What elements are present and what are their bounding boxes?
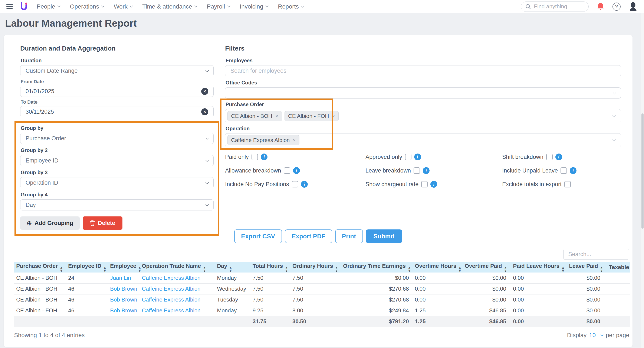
chevron-down-icon [613, 91, 616, 94]
help-icon[interactable]: ? [612, 3, 620, 11]
info-icon[interactable]: i [423, 167, 430, 174]
nav-item-work[interactable]: Work [114, 3, 132, 10]
operation-link[interactable]: Caffeine Express Albion [142, 283, 217, 294]
scrollbar-thumb[interactable] [642, 113, 644, 229]
operation-chip[interactable]: Caffeine Express Albion × [228, 135, 300, 145]
col-overtime-paid[interactable]: Overtime Paid∧∨ [465, 262, 513, 272]
nav-item-invoicing[interactable]: Invoicing [240, 3, 268, 10]
operation-link[interactable]: Caffeine Express Albion [142, 305, 217, 316]
filters-heading: Filters [225, 45, 621, 52]
notifications-bell-icon[interactable] [597, 2, 604, 11]
purchase-order-select[interactable]: CE Albion - BOH × CE Albion - FOH × [225, 109, 621, 123]
add-grouping-button[interactable]: ⊕ Add Grouping [20, 216, 80, 230]
hamburger-menu-icon[interactable] [6, 4, 13, 9]
exclude-totals-in-export-checkbox[interactable] [564, 181, 571, 188]
col-operation-trade-name[interactable]: Operation Trade Name∧∨ [142, 262, 217, 272]
paid-only-label: Paid only [225, 154, 249, 160]
approved-only-checkbox[interactable] [405, 154, 412, 160]
operation-link[interactable]: Caffeine Express Albion [142, 294, 217, 305]
from-date-field[interactable]: 01/01/2025 ✕ [20, 86, 214, 97]
groupby3-select[interactable]: Operation ID [20, 177, 214, 188]
chevron-down-icon [194, 4, 198, 8]
allowance-breakdown-checkbox[interactable] [284, 167, 290, 174]
groupby2-select[interactable]: Employee ID [20, 155, 214, 166]
include-no-pay-positions-checkbox[interactable] [292, 181, 298, 188]
col-day[interactable]: Day∧∨ [217, 262, 252, 272]
duration-label: Duration [21, 58, 214, 64]
chevron-down-icon [227, 4, 230, 8]
col-ordinary-hours[interactable]: Ordinary Hours∧∨ [292, 262, 343, 272]
nav-item-reports[interactable]: Reports [278, 3, 304, 10]
operation-select[interactable]: Caffeine Express Albion × [225, 133, 621, 147]
delete-grouping-button[interactable]: Delete [83, 216, 122, 230]
global-search[interactable] [521, 2, 589, 12]
employee-link[interactable]: Bob Brown [110, 305, 142, 316]
chevron-down-icon [265, 4, 269, 8]
col-overtime-hours[interactable]: Overtime Hours∧∨ [415, 262, 465, 272]
clear-from-date-icon[interactable]: ✕ [201, 88, 208, 95]
export-csv-button[interactable]: Export CSV [234, 229, 282, 243]
info-icon[interactable]: i [556, 153, 562, 160]
clear-to-date-icon[interactable]: ✕ [201, 108, 208, 115]
info-icon[interactable]: i [570, 167, 576, 174]
chevron-down-icon [101, 4, 104, 8]
purchase-order-chip[interactable]: CE Albion - BOH × [228, 111, 282, 121]
info-icon[interactable]: i [261, 153, 268, 160]
nav-item-people[interactable]: People [37, 3, 60, 10]
table-search-input[interactable] [563, 249, 629, 260]
include-unpaid-leave-checkbox[interactable] [560, 167, 567, 174]
employee-link[interactable]: Juan Lin [110, 272, 142, 283]
info-icon[interactable]: i [301, 181, 308, 188]
sort-icon: ∧∨ [104, 267, 106, 272]
info-icon[interactable]: i [414, 153, 421, 160]
to-date-field[interactable]: 30/11/2025 ✕ [20, 106, 214, 117]
col-employee[interactable]: Employee∧∨ [110, 262, 142, 272]
chevron-down-icon[interactable] [600, 333, 604, 336]
app-logo[interactable] [20, 2, 28, 11]
export-pdf-button[interactable]: Export PDF [285, 229, 332, 243]
info-icon[interactable]: i [293, 167, 300, 174]
nav-item-payroll[interactable]: Payroll [207, 3, 230, 10]
approved-only-label: Approved only [366, 154, 402, 160]
chevron-down-icon [57, 4, 61, 8]
global-search-input[interactable] [534, 3, 583, 10]
nav-item-operations[interactable]: Operations [70, 3, 104, 10]
col-taxable[interactable]: Taxable [609, 262, 630, 272]
user-avatar[interactable] [629, 2, 638, 11]
employees-search-input[interactable] [225, 65, 621, 76]
employee-link[interactable]: Bob Brown [110, 283, 142, 294]
groupby4-select[interactable]: Day [20, 199, 214, 211]
paid-only-checkbox[interactable] [252, 154, 258, 160]
groupby-select[interactable]: Purchase Order [20, 133, 214, 144]
col-total-hours[interactable]: Total Hours∧∨ [252, 262, 292, 272]
vertical-scrollbar[interactable] [640, 13, 644, 348]
duration-select[interactable]: Custom Date Range [20, 65, 214, 76]
totals-row: 31.75 30.50 $791.20 1.25 $46.85 0.00 $0.… [14, 316, 630, 327]
col-paid-leave-hours[interactable]: Paid Leave Hours∧∨ [513, 262, 569, 272]
sort-icon: ∧∨ [562, 267, 564, 272]
col-employee-id[interactable]: Employee ID∧∨ [68, 262, 110, 272]
show-chargeout-rate-checkbox[interactable] [421, 181, 428, 188]
col-purchase-order[interactable]: Purchase Order∧∨ [14, 262, 68, 272]
table-row: CE Albion - BOH 46 Bob Brown Caffeine Ex… [14, 294, 630, 305]
employee-link[interactable]: Bob Brown [110, 294, 142, 305]
submit-button[interactable]: Submit [366, 229, 402, 243]
remove-chip-icon[interactable]: × [293, 137, 296, 143]
sort-icon: ∧∨ [203, 267, 206, 272]
col-leave-paid[interactable]: Leave Paid∧∨ [569, 262, 609, 272]
table-row: CE Albion - BOH 24 Juan Lin Caffeine Exp… [14, 272, 630, 283]
operation-link[interactable]: Caffeine Express Albion [142, 272, 217, 283]
remove-chip-icon[interactable]: × [332, 113, 335, 119]
remove-chip-icon[interactable]: × [275, 113, 278, 119]
page-size-value[interactable]: 10 [589, 332, 596, 339]
chevron-down-icon [206, 69, 209, 72]
info-icon[interactable]: i [430, 181, 437, 188]
col-ordinary-time-earnings[interactable]: Ordinary Time Earnings∧∨ [343, 262, 415, 272]
purchase-order-chip[interactable]: CE Albion - FOH × [284, 111, 338, 121]
print-button[interactable]: Print [335, 229, 363, 243]
duration-section-heading: Duration and Data Aggregation [20, 45, 214, 52]
leave-breakdown-checkbox[interactable] [414, 167, 420, 174]
shift-breakdown-checkbox[interactable] [546, 154, 553, 160]
nav-item-time-attendance[interactable]: Time & attendance [142, 3, 197, 10]
office-codes-select[interactable] [225, 87, 621, 98]
